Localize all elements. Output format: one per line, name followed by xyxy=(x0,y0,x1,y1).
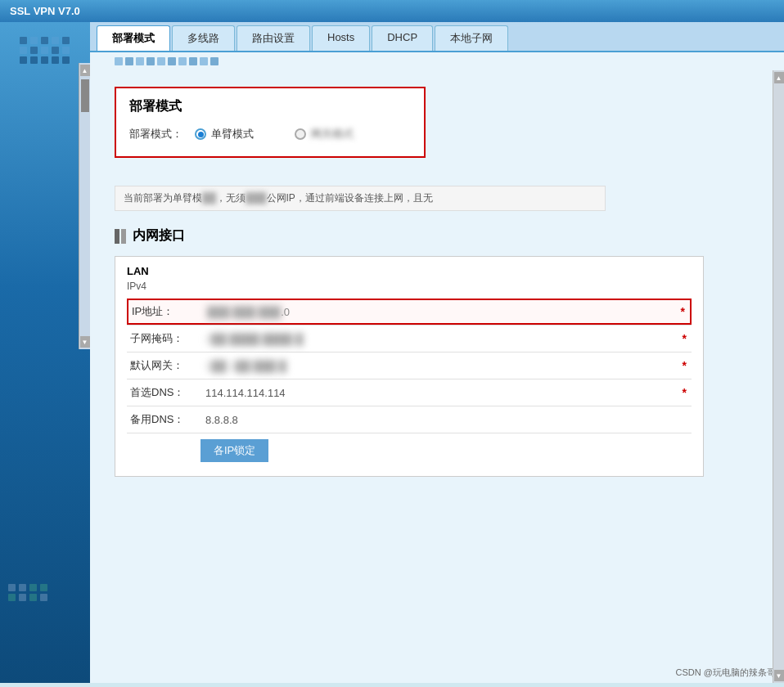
deploy-mode-row: 部署模式： 单臂模式 网关模式 xyxy=(129,127,411,141)
content-area: 部署模式 多线路 路由设置 Hosts DHCP 本地子网 ▲ xyxy=(90,22,784,683)
lan-ip-end: .0 xyxy=(281,306,290,318)
desc-text-3: 公网IP，通过前端设备连接上网，且无 xyxy=(267,192,433,204)
header-dot-2 xyxy=(121,229,126,244)
lan-title: LAN xyxy=(127,265,692,277)
tab-dots xyxy=(90,52,417,70)
lan-row-confirm: 各IP锁定 xyxy=(127,433,692,468)
title-bar: SSL VPN V7.0 xyxy=(0,0,784,22)
lan-subtitle: IPv4 xyxy=(127,281,692,292)
lan-subnet-value: 2██ ████ ████ █ xyxy=(201,333,683,345)
app-title: SSL VPN V7.0 xyxy=(10,5,80,17)
content-scroll-down[interactable]: ▼ xyxy=(774,670,784,681)
radio-gateway[interactable]: 网关模式 xyxy=(295,127,354,141)
lan-dns2-value: 8.8.8.8 xyxy=(201,414,692,426)
page-content: 部署模式 部署模式： 单臂模式 网关模式 xyxy=(90,70,784,683)
watermark: CSDN @玩电脑的辣条哥 xyxy=(676,667,776,679)
inner-network-title: 内网接口 xyxy=(133,227,185,245)
content-scrollbar[interactable]: ▲ ▼ xyxy=(773,70,784,683)
scroll-down-arrow[interactable]: ▼ xyxy=(80,336,90,348)
lan-row-ip: IP地址： ███ ███ ███.0 * xyxy=(127,299,692,325)
lan-dns1-label: 首选DNS： xyxy=(127,385,201,400)
lan-dns2-label: 备用DNS： xyxy=(127,412,201,427)
desc-blurred-2: ███ xyxy=(246,192,267,204)
deploy-mode-label: 部署模式： xyxy=(129,127,195,141)
deploy-description: 当前部署为单臂模██，无须███公网IP，通过前端设备连接上网，且无 xyxy=(115,186,606,211)
lan-ip-blurred: ███ ███ ███ xyxy=(207,306,281,318)
lan-row-subnet: 子网掩码： 2██ ████ ████ █ * xyxy=(127,325,692,352)
tab-multiline[interactable]: 多线路 xyxy=(172,25,235,51)
header-dot-1 xyxy=(115,229,119,244)
tab-deploy[interactable]: 部署模式 xyxy=(97,25,170,51)
deploy-mode-radio-group: 单臂模式 网关模式 xyxy=(195,127,354,141)
lan-gateway-required: * xyxy=(683,359,692,372)
confirm-ip-button[interactable]: 各IP锁定 xyxy=(201,439,268,462)
radio-gateway-label: 网关模式 xyxy=(311,127,354,141)
tab-hosts[interactable]: Hosts xyxy=(312,25,370,51)
radio-gateway-circle[interactable] xyxy=(295,128,306,140)
lan-container: LAN IPv4 IP地址： ███ ███ ███.0 * 子网掩码： xyxy=(115,256,704,477)
spacer-1 xyxy=(115,211,759,227)
desc-text-content: 当前部署为单臂模 xyxy=(124,192,202,204)
deploy-mode-section: 部署模式 部署模式： 单臂模式 网关模式 xyxy=(115,87,426,158)
desc-blurred: ██ xyxy=(202,192,216,204)
scroll-thumb[interactable] xyxy=(81,79,89,112)
tab-bar: 部署模式 多线路 路由设置 Hosts DHCP 本地子网 xyxy=(90,22,784,52)
lan-ip-label: IP地址： xyxy=(128,304,202,319)
lan-gateway-label: 默认网关： xyxy=(127,358,201,373)
deploy-section-title: 部署模式 xyxy=(129,98,411,115)
sidebar: ▲ ▼ xyxy=(0,22,90,683)
tab-dhcp[interactable]: DHCP xyxy=(372,25,433,51)
lan-dns1-required: * xyxy=(683,386,692,399)
lan-subnet-blurred: 2██ ████ ████ █ xyxy=(205,333,303,345)
tab-routing[interactable]: 路由设置 xyxy=(237,25,310,51)
lan-row-gateway: 默认网关： 1██ 1██ ███ █ * xyxy=(127,352,692,379)
radio-single-arm-circle[interactable] xyxy=(195,128,206,140)
content-scroll-up[interactable]: ▲ xyxy=(774,72,784,83)
lan-gateway-value: 1██ 1██ ███ █ xyxy=(201,360,683,372)
scroll-up-arrow[interactable]: ▲ xyxy=(80,65,90,76)
desc-text-2: ，无须 xyxy=(216,192,246,204)
header-dots xyxy=(115,229,126,244)
lan-subnet-label: 子网掩码： xyxy=(127,331,201,346)
lan-gateway-blurred: 1██ 1██ ███ █ xyxy=(205,360,286,372)
inner-network-header: 内网接口 xyxy=(115,227,759,245)
tab-localnet[interactable]: 本地子网 xyxy=(435,25,508,51)
lan-ip-required: * xyxy=(681,305,690,318)
lan-row-dns2: 备用DNS： 8.8.8.8 xyxy=(127,406,692,433)
lan-subnet-required: * xyxy=(683,332,692,345)
radio-single-arm-label: 单臂模式 xyxy=(211,127,254,141)
lan-dns1-value: 114.114.114.114 xyxy=(201,387,683,399)
lan-row-dns1: 首选DNS： 114.114.114.114 * xyxy=(127,379,692,406)
radio-single-arm[interactable]: 单臂模式 xyxy=(195,127,254,141)
lan-ip-value: ███ ███ ███.0 xyxy=(202,306,681,318)
sidebar-scrollbar[interactable]: ▲ ▼ xyxy=(79,63,90,349)
